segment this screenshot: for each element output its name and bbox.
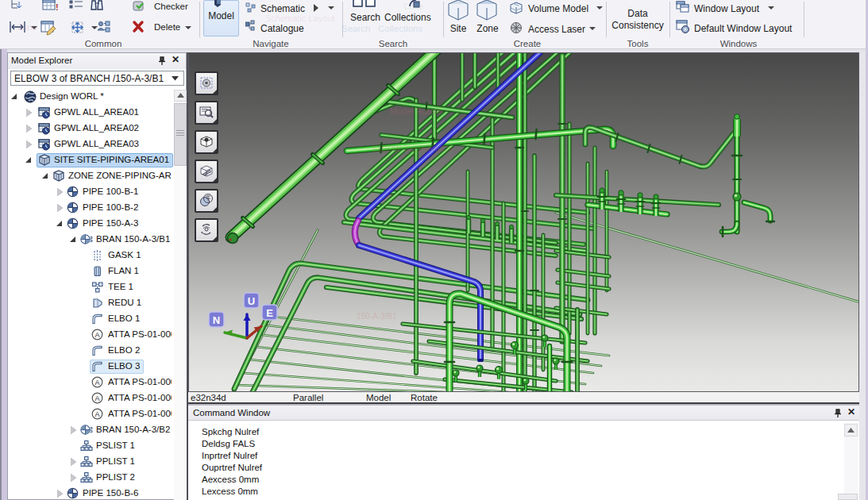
svg-text:U: U <box>248 295 255 307</box>
svg-text:ELBOW 3 of BRANCH: ELBOW 3 of BRANCH <box>372 144 453 153</box>
svg-text:N: N <box>213 314 220 326</box>
svg-text:A: A <box>95 331 99 339</box>
svg-text:A: A <box>95 410 99 418</box>
svg-text:E: E <box>266 307 273 319</box>
svg-text:!: ! <box>56 2 59 12</box>
svg-text:A: A <box>95 394 99 402</box>
svg-text:150-A-3/B1: 150-A-3/B1 <box>357 312 397 321</box>
svg-text:Model Rotate: Model Rotate <box>390 106 442 116</box>
svg-text:A: A <box>95 379 99 387</box>
